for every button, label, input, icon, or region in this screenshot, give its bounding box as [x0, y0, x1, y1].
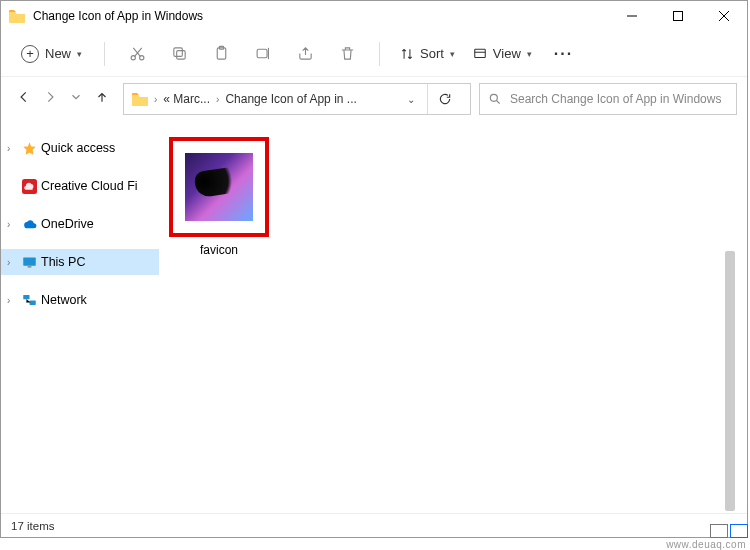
cloud-icon	[21, 216, 37, 232]
file-thumbnail-highlight	[169, 137, 269, 237]
svg-rect-7	[257, 49, 267, 58]
svg-rect-13	[23, 294, 29, 298]
search-icon	[488, 92, 502, 106]
search-placeholder: Search Change Icon of App in Windows	[510, 92, 721, 106]
search-input[interactable]: Search Change Icon of App in Windows	[479, 83, 737, 115]
view-icon	[473, 47, 487, 61]
watermark: www.deuaq.com	[666, 539, 746, 550]
view-label: View	[493, 46, 521, 61]
sidebar-item-label: Quick access	[41, 141, 115, 155]
sidebar-item-label: Network	[41, 293, 87, 307]
chevron-right-icon: ›	[7, 257, 17, 268]
chevron-right-icon: ›	[7, 295, 17, 306]
rename-button[interactable]	[245, 36, 281, 72]
chevron-right-icon: ›	[7, 219, 17, 230]
sort-label: Sort	[420, 46, 444, 61]
sort-button[interactable]: Sort ▾	[394, 42, 461, 65]
breadcrumb-separator: ›	[216, 94, 219, 105]
sidebar-item-network[interactable]: › Network	[1, 287, 159, 313]
recent-button[interactable]	[69, 90, 83, 108]
chevron-down-icon: ▾	[450, 49, 455, 59]
sidebar-item-label: OneDrive	[41, 217, 94, 231]
window-title: Change Icon of App in Windows	[33, 9, 609, 23]
monitor-icon	[21, 254, 37, 270]
maximize-button[interactable]	[655, 1, 701, 31]
svg-rect-4	[173, 48, 182, 57]
breadcrumb-2[interactable]: Change Icon of App in ...	[225, 92, 356, 106]
sidebar-item-onedrive[interactable]: › OneDrive	[1, 211, 159, 237]
paste-button[interactable]	[203, 36, 239, 72]
copy-button[interactable]	[161, 36, 197, 72]
share-button[interactable]	[287, 36, 323, 72]
svg-rect-8	[475, 49, 486, 57]
separator	[379, 42, 380, 66]
view-button[interactable]: View ▾	[467, 42, 538, 65]
toolbar: + New ▾ Sort ▾ View ▾ ···	[1, 31, 747, 77]
creative-cloud-icon	[21, 178, 37, 194]
close-button[interactable]	[701, 1, 747, 31]
sidebar-item-label: This PC	[41, 255, 85, 269]
forward-button[interactable]	[43, 90, 57, 108]
chevron-down-icon: ▾	[527, 49, 532, 59]
file-thumbnail	[185, 153, 253, 221]
more-button[interactable]: ···	[544, 45, 583, 63]
status-bar: 17 items	[1, 513, 747, 537]
new-button[interactable]: + New ▾	[13, 41, 90, 67]
back-button[interactable]	[17, 90, 31, 108]
titlebar: Change Icon of App in Windows	[1, 1, 747, 31]
svg-rect-12	[27, 266, 31, 267]
delete-button[interactable]	[329, 36, 365, 72]
cut-button[interactable]	[119, 36, 155, 72]
minimize-button[interactable]	[609, 1, 655, 31]
chevron-down-icon: ▾	[77, 49, 82, 59]
svg-rect-0	[674, 12, 683, 21]
sidebar: › Quick access Creative Cloud Fi › OneDr…	[1, 121, 159, 513]
file-label: favicon	[169, 243, 269, 257]
refresh-button[interactable]	[427, 84, 462, 114]
item-count: 17 items	[11, 520, 54, 532]
sort-icon	[400, 47, 414, 61]
sidebar-item-this-pc[interactable]: › This PC	[1, 249, 159, 275]
breadcrumb-separator: ›	[154, 94, 157, 105]
file-item[interactable]: favicon	[169, 137, 269, 257]
sidebar-item-label: Creative Cloud Fi	[41, 179, 138, 193]
sidebar-item-quick-access[interactable]: › Quick access	[1, 135, 159, 161]
content-area[interactable]: favicon	[159, 121, 747, 513]
separator	[104, 42, 105, 66]
svg-point-9	[490, 94, 497, 101]
navigation-row: › « Marc... › Change Icon of App in ... …	[1, 77, 747, 121]
scrollbar[interactable]	[725, 251, 735, 511]
breadcrumb-1[interactable]: « Marc...	[163, 92, 210, 106]
svg-rect-3	[176, 51, 185, 60]
svg-rect-11	[23, 257, 36, 265]
address-bar[interactable]: › « Marc... › Change Icon of App in ... …	[123, 83, 471, 115]
new-label: New	[45, 46, 71, 61]
up-button[interactable]	[95, 90, 109, 108]
star-icon	[21, 140, 37, 156]
details-view-toggle[interactable]	[710, 524, 728, 538]
folder-icon	[9, 8, 25, 24]
address-dropdown[interactable]: ⌄	[401, 94, 421, 105]
folder-icon	[132, 92, 148, 106]
thumbnail-view-toggle[interactable]	[730, 524, 748, 538]
chevron-right-icon: ›	[7, 143, 17, 154]
network-icon	[21, 292, 37, 308]
sidebar-item-creative-cloud[interactable]: Creative Cloud Fi	[1, 173, 159, 199]
plus-icon: +	[21, 45, 39, 63]
